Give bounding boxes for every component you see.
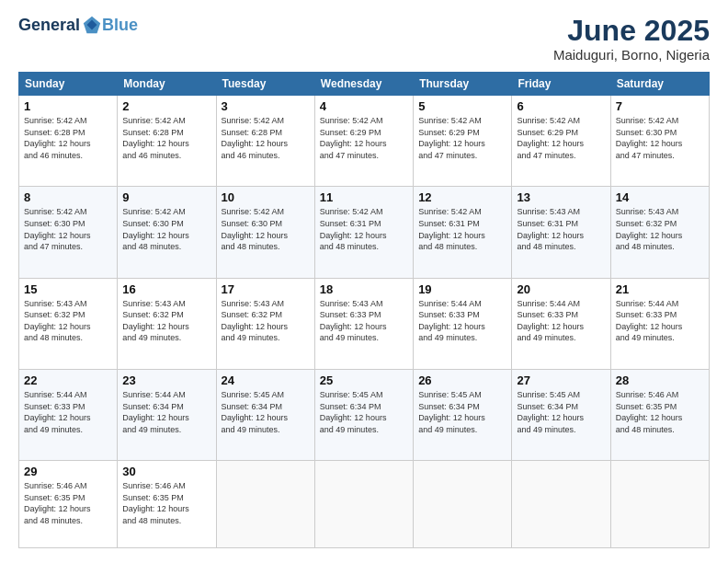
- day-info: Sunrise: 5:42 AM Sunset: 6:28 PM Dayligh…: [122, 115, 210, 161]
- table-row: [414, 461, 512, 548]
- day-info: Sunrise: 5:44 AM Sunset: 6:34 PM Dayligh…: [122, 389, 210, 435]
- table-row: 3Sunrise: 5:42 AM Sunset: 6:28 PM Daylig…: [216, 96, 314, 187]
- table-row: 10Sunrise: 5:42 AM Sunset: 6:30 PM Dayli…: [216, 187, 314, 278]
- page: GeneralBlue June 2025 Maiduguri, Borno, …: [0, 0, 728, 563]
- logo-icon: [82, 15, 102, 35]
- title-block: June 2025 Maiduguri, Borno, Nigeria: [553, 15, 710, 63]
- logo-blue: Blue: [102, 16, 138, 35]
- col-monday: Monday: [118, 73, 216, 96]
- table-row: [314, 461, 413, 548]
- logo-text: GeneralBlue: [18, 15, 138, 35]
- day-info: Sunrise: 5:46 AM Sunset: 6:35 PM Dayligh…: [122, 480, 210, 526]
- day-number: 30: [122, 465, 210, 478]
- day-number: 20: [517, 282, 605, 296]
- day-info: Sunrise: 5:43 AM Sunset: 6:33 PM Dayligh…: [320, 298, 408, 344]
- day-number: 11: [320, 190, 408, 204]
- day-info: Sunrise: 5:42 AM Sunset: 6:28 PM Dayligh…: [222, 115, 310, 161]
- table-row: [216, 461, 314, 548]
- day-info: Sunrise: 5:42 AM Sunset: 6:30 PM Dayligh…: [122, 206, 210, 252]
- day-number: 8: [24, 190, 112, 204]
- table-row: 23Sunrise: 5:44 AM Sunset: 6:34 PM Dayli…: [118, 369, 216, 460]
- day-info: Sunrise: 5:42 AM Sunset: 6:30 PM Dayligh…: [616, 115, 704, 161]
- day-number: 22: [24, 373, 112, 387]
- table-row: 1Sunrise: 5:42 AM Sunset: 6:28 PM Daylig…: [19, 96, 118, 187]
- day-info: Sunrise: 5:42 AM Sunset: 6:31 PM Dayligh…: [418, 206, 506, 252]
- day-info: Sunrise: 5:42 AM Sunset: 6:29 PM Dayligh…: [517, 115, 605, 161]
- day-info: Sunrise: 5:43 AM Sunset: 6:32 PM Dayligh…: [616, 206, 704, 252]
- location-title: Maiduguri, Borno, Nigeria: [553, 47, 710, 63]
- day-info: Sunrise: 5:44 AM Sunset: 6:33 PM Dayligh…: [616, 298, 704, 344]
- day-info: Sunrise: 5:43 AM Sunset: 6:32 PM Dayligh…: [24, 298, 112, 344]
- table-row: 11Sunrise: 5:42 AM Sunset: 6:31 PM Dayli…: [314, 187, 413, 278]
- day-number: 24: [222, 373, 310, 387]
- day-number: 12: [418, 190, 506, 204]
- table-row: 16Sunrise: 5:43 AM Sunset: 6:32 PM Dayli…: [118, 278, 216, 369]
- table-row: 17Sunrise: 5:43 AM Sunset: 6:32 PM Dayli…: [216, 278, 314, 369]
- col-sunday: Sunday: [19, 73, 118, 96]
- day-info: Sunrise: 5:45 AM Sunset: 6:34 PM Dayligh…: [320, 389, 408, 435]
- day-info: Sunrise: 5:46 AM Sunset: 6:35 PM Dayligh…: [24, 480, 112, 526]
- day-info: Sunrise: 5:42 AM Sunset: 6:30 PM Dayligh…: [24, 206, 112, 252]
- header: GeneralBlue June 2025 Maiduguri, Borno, …: [18, 15, 710, 63]
- table-row: 20Sunrise: 5:44 AM Sunset: 6:33 PM Dayli…: [512, 278, 610, 369]
- day-number: 4: [320, 99, 408, 113]
- table-row: 2Sunrise: 5:42 AM Sunset: 6:28 PM Daylig…: [118, 96, 216, 187]
- day-number: 17: [222, 282, 310, 296]
- day-number: 16: [122, 282, 210, 296]
- table-row: 22Sunrise: 5:44 AM Sunset: 6:33 PM Dayli…: [19, 369, 118, 460]
- col-wednesday: Wednesday: [314, 73, 413, 96]
- day-info: Sunrise: 5:45 AM Sunset: 6:34 PM Dayligh…: [418, 389, 506, 435]
- table-row: 7Sunrise: 5:42 AM Sunset: 6:30 PM Daylig…: [610, 96, 709, 187]
- day-info: Sunrise: 5:42 AM Sunset: 6:30 PM Dayligh…: [222, 206, 310, 252]
- table-row: 25Sunrise: 5:45 AM Sunset: 6:34 PM Dayli…: [314, 369, 413, 460]
- table-row: 29Sunrise: 5:46 AM Sunset: 6:35 PM Dayli…: [19, 461, 118, 548]
- table-row: 30Sunrise: 5:46 AM Sunset: 6:35 PM Dayli…: [118, 461, 216, 548]
- day-info: Sunrise: 5:42 AM Sunset: 6:31 PM Dayligh…: [320, 206, 408, 252]
- day-info: Sunrise: 5:46 AM Sunset: 6:35 PM Dayligh…: [616, 389, 704, 435]
- calendar-header-row: Sunday Monday Tuesday Wednesday Thursday…: [19, 73, 710, 96]
- table-row: 9Sunrise: 5:42 AM Sunset: 6:30 PM Daylig…: [118, 187, 216, 278]
- day-info: Sunrise: 5:42 AM Sunset: 6:29 PM Dayligh…: [320, 115, 408, 161]
- table-row: 27Sunrise: 5:45 AM Sunset: 6:34 PM Dayli…: [512, 369, 610, 460]
- day-info: Sunrise: 5:44 AM Sunset: 6:33 PM Dayligh…: [517, 298, 605, 344]
- day-info: Sunrise: 5:45 AM Sunset: 6:34 PM Dayligh…: [222, 389, 310, 435]
- day-number: 14: [616, 190, 704, 204]
- day-number: 10: [222, 190, 310, 204]
- day-number: 9: [122, 190, 210, 204]
- day-info: Sunrise: 5:43 AM Sunset: 6:32 PM Dayligh…: [122, 298, 210, 344]
- day-number: 29: [24, 465, 112, 478]
- table-row: [610, 461, 709, 548]
- table-row: 12Sunrise: 5:42 AM Sunset: 6:31 PM Dayli…: [414, 187, 512, 278]
- col-thursday: Thursday: [414, 73, 512, 96]
- day-number: 13: [517, 190, 605, 204]
- day-info: Sunrise: 5:44 AM Sunset: 6:33 PM Dayligh…: [418, 298, 506, 344]
- day-info: Sunrise: 5:44 AM Sunset: 6:33 PM Dayligh…: [24, 389, 112, 435]
- col-saturday: Saturday: [610, 73, 709, 96]
- day-number: 27: [517, 373, 605, 387]
- logo: GeneralBlue: [18, 15, 138, 35]
- table-row: 15Sunrise: 5:43 AM Sunset: 6:32 PM Dayli…: [19, 278, 118, 369]
- day-number: 18: [320, 282, 408, 296]
- day-number: 25: [320, 373, 408, 387]
- day-info: Sunrise: 5:43 AM Sunset: 6:31 PM Dayligh…: [517, 206, 605, 252]
- day-info: Sunrise: 5:42 AM Sunset: 6:28 PM Dayligh…: [24, 115, 112, 161]
- day-number: 7: [616, 99, 704, 113]
- table-row: 18Sunrise: 5:43 AM Sunset: 6:33 PM Dayli…: [314, 278, 413, 369]
- logo-general: General: [18, 16, 80, 35]
- day-number: 28: [616, 373, 704, 387]
- day-number: 23: [122, 373, 210, 387]
- table-row: 5Sunrise: 5:42 AM Sunset: 6:29 PM Daylig…: [414, 96, 512, 187]
- day-number: 15: [24, 282, 112, 296]
- month-title: June 2025: [553, 15, 710, 47]
- day-number: 6: [517, 99, 605, 113]
- day-info: Sunrise: 5:45 AM Sunset: 6:34 PM Dayligh…: [517, 389, 605, 435]
- day-info: Sunrise: 5:43 AM Sunset: 6:32 PM Dayligh…: [222, 298, 310, 344]
- table-row: 14Sunrise: 5:43 AM Sunset: 6:32 PM Dayli…: [610, 187, 709, 278]
- table-row: 24Sunrise: 5:45 AM Sunset: 6:34 PM Dayli…: [216, 369, 314, 460]
- day-number: 5: [418, 99, 506, 113]
- table-row: 28Sunrise: 5:46 AM Sunset: 6:35 PM Dayli…: [610, 369, 709, 460]
- table-row: 4Sunrise: 5:42 AM Sunset: 6:29 PM Daylig…: [314, 96, 413, 187]
- table-row: 21Sunrise: 5:44 AM Sunset: 6:33 PM Dayli…: [610, 278, 709, 369]
- day-number: 3: [222, 99, 310, 113]
- day-number: 1: [24, 99, 112, 113]
